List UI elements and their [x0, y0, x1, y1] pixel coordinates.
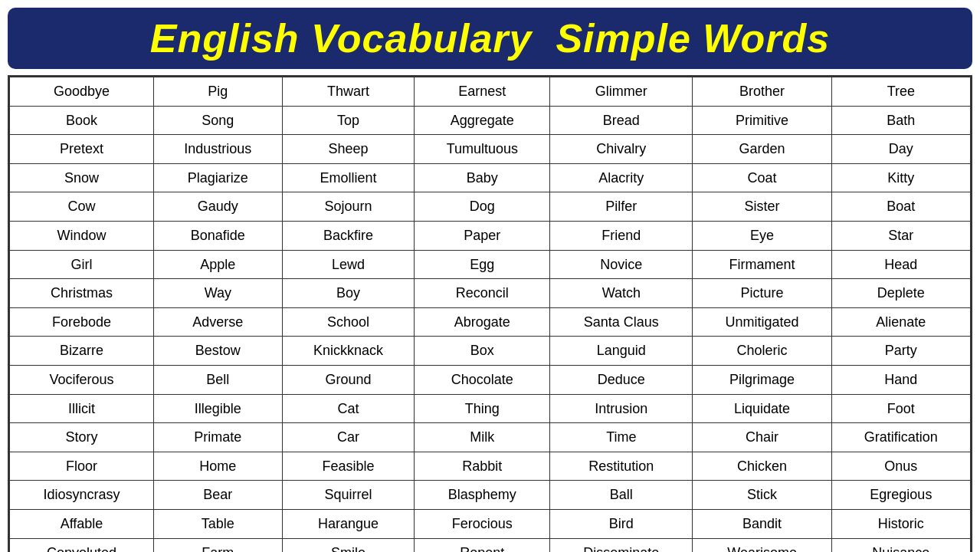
table-cell: Blasphemy — [415, 481, 550, 510]
table-cell: Deplete — [831, 279, 970, 308]
table-cell: Disseminate — [550, 538, 693, 552]
vocabulary-table-container: GoodbyePigThwartEarnestGlimmerBrotherTre… — [8, 75, 972, 552]
table-cell: Foot — [831, 394, 970, 423]
table-cell: Firmament — [693, 250, 831, 279]
table-cell: Star — [831, 221, 970, 250]
table-cell: Feasible — [282, 452, 415, 481]
table-row: ForebodeAdverseSchoolAbrogateSanta Claus… — [10, 307, 971, 337]
table-cell: Egregious — [831, 481, 970, 510]
table-cell: Stick — [693, 481, 831, 510]
table-cell: Dog — [415, 192, 550, 222]
table-cell: Liquidate — [693, 394, 831, 423]
table-cell: Boat — [831, 192, 970, 222]
table-cell: Song — [154, 106, 283, 135]
table-cell: Illicit — [10, 394, 154, 423]
table-cell: Primate — [154, 423, 283, 452]
table-cell: Convoluted — [10, 538, 154, 552]
table-cell: Santa Claus — [550, 307, 693, 337]
table-cell: Languid — [550, 337, 693, 366]
table-row: VociferousBellGroundChocolateDeducePilgr… — [10, 365, 971, 394]
table-cell: Paper — [415, 221, 550, 250]
table-cell: Coat — [693, 163, 831, 192]
table-cell: Chair — [693, 423, 831, 452]
table-cell: Harangue — [282, 509, 415, 538]
table-cell: Time — [550, 423, 693, 452]
table-cell: Alacrity — [550, 163, 693, 192]
table-cell: Illegible — [154, 394, 283, 423]
table-cell: Pilfer — [550, 192, 693, 222]
table-cell: Bread — [550, 106, 693, 135]
table-cell: Farm — [154, 538, 283, 552]
table-cell: Historic — [831, 509, 970, 538]
table-cell: Choleric — [693, 337, 831, 366]
table-row: StoryPrimateCarMilkTimeChairGratificatio… — [10, 423, 971, 452]
table-cell: Thwart — [282, 77, 415, 107]
table-cell: Hand — [831, 365, 970, 394]
table-cell: Pig — [154, 77, 283, 107]
table-cell: Baby — [415, 163, 550, 192]
table-cell: Onus — [831, 452, 970, 481]
table-cell: Egg — [415, 250, 550, 279]
table-cell: Aggregate — [415, 106, 550, 135]
table-row: AffableTableHarangueFerociousBirdBanditH… — [10, 509, 971, 538]
table-cell: Alienate — [831, 307, 970, 337]
table-cell: Eye — [693, 221, 831, 250]
table-cell: Party — [831, 337, 970, 366]
table-cell: Pilgrimage — [693, 365, 831, 394]
page-title: English Vocabulary Simple Words — [23, 15, 957, 61]
table-cell: Day — [831, 135, 970, 164]
table-cell: Chocolate — [415, 365, 550, 394]
table-cell: Story — [10, 423, 154, 452]
table-cell: Forebode — [10, 307, 154, 337]
table-cell: Cat — [282, 394, 415, 423]
table-cell: Tree — [831, 77, 970, 107]
table-cell: Repent — [415, 538, 550, 552]
table-cell: Gaudy — [154, 192, 283, 222]
table-cell: Girl — [10, 250, 154, 279]
table-cell: Wearisome — [693, 538, 831, 552]
table-cell: Ferocious — [415, 509, 550, 538]
table-cell: Bizarre — [10, 337, 154, 366]
table-cell: Affable — [10, 509, 154, 538]
table-row: GirlAppleLewdEggNoviceFirmamentHead — [10, 250, 971, 279]
table-cell: Primitive — [693, 106, 831, 135]
table-cell: Adverse — [154, 307, 283, 337]
table-cell: Window — [10, 221, 154, 250]
table-cell: Floor — [10, 452, 154, 481]
table-cell: Thing — [415, 394, 550, 423]
table-cell: Cow — [10, 192, 154, 222]
table-cell: Bird — [550, 509, 693, 538]
title-white: English Vocabulary — [150, 16, 533, 61]
table-cell: Apple — [154, 250, 283, 279]
table-cell: Watch — [550, 279, 693, 308]
table-row: PretextIndustriousSheepTumultuousChivalr… — [10, 135, 971, 164]
table-row: FloorHomeFeasibleRabbitRestitutionChicke… — [10, 452, 971, 481]
table-cell: Restitution — [550, 452, 693, 481]
table-cell: School — [282, 307, 415, 337]
table-cell: Christmas — [10, 279, 154, 308]
table-cell: Bath — [831, 106, 970, 135]
table-row: IdiosyncrasyBearSquirrelBlasphemyBallSti… — [10, 481, 971, 510]
table-row: IllicitIllegibleCatThingIntrusionLiquida… — [10, 394, 971, 423]
table-cell: Sister — [693, 192, 831, 222]
table-cell: Pretext — [10, 135, 154, 164]
table-row: CowGaudySojournDogPilferSisterBoat — [10, 192, 971, 222]
table-cell: Car — [282, 423, 415, 452]
table-cell: Deduce — [550, 365, 693, 394]
vocabulary-table: GoodbyePigThwartEarnestGlimmerBrotherTre… — [9, 77, 971, 552]
table-cell: Glimmer — [550, 77, 693, 107]
table-cell: Backfire — [282, 221, 415, 250]
table-cell: Friend — [550, 221, 693, 250]
table-cell: Ball — [550, 481, 693, 510]
table-cell: Brother — [693, 77, 831, 107]
table-row: SnowPlagiarizeEmollientBabyAlacrityCoatK… — [10, 163, 971, 192]
table-row: BizarreBestowKnickknackBoxLanguidCholeri… — [10, 337, 971, 366]
table-cell: Chicken — [693, 452, 831, 481]
table-cell: Sojourn — [282, 192, 415, 222]
table-cell: Bell — [154, 365, 283, 394]
table-cell: Knickknack — [282, 337, 415, 366]
table-cell: Intrusion — [550, 394, 693, 423]
table-cell: Lewd — [282, 250, 415, 279]
table-cell: Bear — [154, 481, 283, 510]
table-cell: Bandit — [693, 509, 831, 538]
